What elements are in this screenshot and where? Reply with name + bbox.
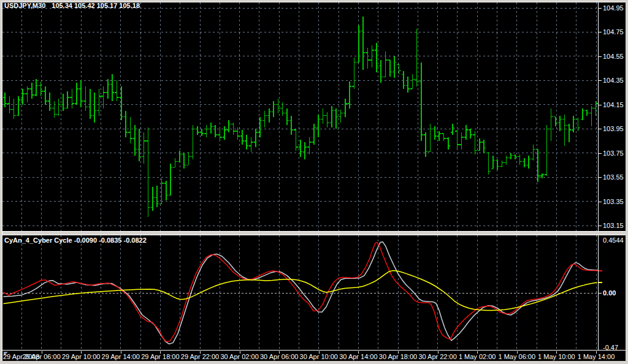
price-tick [599, 8, 602, 9]
time-axis-label: 29 Apr 22:00 [181, 353, 219, 360]
price-tick [599, 105, 602, 105]
price-tick [599, 80, 602, 81]
price-tick-label: 104.55 [603, 53, 624, 60]
indicator-zero-tick [599, 293, 602, 294]
time-axis[interactable]: 29 Apr 200829 Apr 06:0029 Apr 10:0029 Ap… [2, 350, 626, 361]
main-grid [2, 2, 598, 231]
panel-splitter[interactable] [2, 231, 626, 235]
chart-title: USDJPY,M30105.34 105.42 105.17 105.18 [4, 2, 140, 9]
price-tick-label: 104.15 [603, 101, 624, 108]
price-tick [599, 153, 602, 154]
time-axis-label: 30 Apr 02:00 [220, 353, 258, 360]
time-axis-label: 29 Apr 18:00 [141, 353, 179, 360]
time-tick [2, 351, 2, 354]
time-axis-label: 1 May 10:00 [538, 353, 575, 360]
price-tick-label: 103.35 [603, 198, 624, 205]
price-tick-label: 103.95 [603, 125, 624, 132]
time-axis-label: 30 Apr 14:00 [339, 353, 377, 360]
price-tick-label: 103.75 [603, 150, 624, 157]
time-axis-label: 1 May 06:00 [499, 353, 536, 360]
price-tick-label: 104.95 [603, 4, 624, 12]
symbol-period-label: USDJPY,M30 [4, 2, 45, 9]
line-end-marker [599, 282, 602, 283]
time-axis-label: 1 May 02:00 [459, 353, 496, 360]
price-tick [599, 202, 602, 202]
ohlc-bars [3, 17, 598, 217]
indicator-tick-label: 0.00 [603, 289, 616, 297]
time-axis-label: 1 May 14:00 [578, 353, 615, 360]
chart-window: USDJPY,M30105.34 105.42 105.17 105.18 Cy… [0, 0, 628, 364]
time-axis-label: 30 Apr 18:00 [379, 353, 417, 360]
price-tick-label: 103.55 [603, 173, 624, 181]
price-scale[interactable]: 104.95104.75104.55104.35104.15103.95103.… [598, 2, 626, 231]
time-axis-label: 29 Apr 06:00 [22, 353, 60, 360]
indicator-chart[interactable] [2, 235, 598, 350]
indicator-title: CyAn_4_Cyber Cycle -0.0090 -0.0835 -0.08… [4, 237, 147, 244]
price-tick-label: 103.15 [603, 222, 624, 229]
main-price-chart[interactable] [2, 2, 598, 231]
time-axis-label: 29 Apr 10:00 [62, 353, 100, 360]
price-tick [599, 226, 602, 226]
indicator-tick-label: 0.4544 [603, 237, 624, 244]
price-tick-label: 104.75 [603, 28, 624, 36]
price-tick [599, 177, 602, 178]
time-axis-label: 30 Apr 06:00 [260, 353, 298, 360]
time-axis-label: 30 Apr 10:00 [300, 353, 338, 360]
indicator-values-label: -0.0090 -0.0835 -0.0822 [74, 237, 147, 244]
price-tick [599, 129, 602, 129]
line-end-marker [599, 270, 602, 271]
time-axis-label: 29 Apr 14:00 [102, 353, 140, 360]
trigger-yellow-line [4, 271, 597, 311]
price-tick [599, 32, 602, 32]
indicator-name-label: CyAn_4_Cyber Cycle [4, 237, 72, 244]
indicator-scale[interactable]: 0.45440.00-0.47 [598, 235, 626, 350]
time-axis-label: 30 Apr 22:00 [418, 353, 456, 360]
price-tick [599, 56, 602, 57]
ohlc-values-label: 105.34 105.42 105.17 105.18 [52, 2, 140, 9]
price-tick-label: 104.35 [603, 77, 624, 84]
